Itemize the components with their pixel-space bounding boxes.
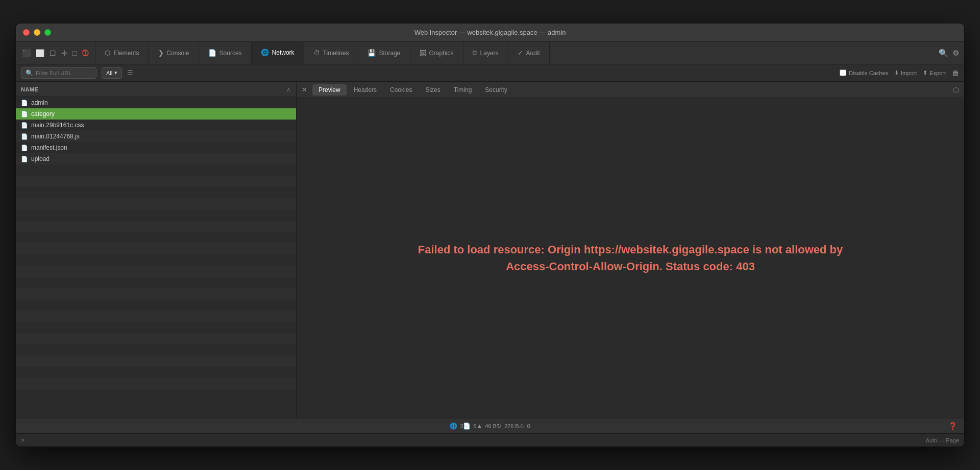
graphics-tab-icon: 🖼 — [420, 49, 426, 57]
sub-toolbar-right: Disable Caches ⬇ Import ⬆ Export 🗑 — [840, 69, 959, 77]
file-row-empty-6 — [16, 221, 296, 232]
files-icon: 📄 — [463, 422, 471, 430]
console-bar: > Auto — Page — [16, 433, 964, 447]
tab-timelines[interactable]: ⏱ Timelines — [304, 42, 359, 64]
tab-sources[interactable]: 📄 Sources — [199, 42, 252, 64]
resources-size: 276 B — [504, 423, 519, 429]
inspect-grid-icon[interactable]: ⬜ — [35, 48, 45, 58]
console-icon[interactable]: □ — [71, 48, 78, 58]
export-icon: ⬆ — [923, 69, 927, 76]
disable-caches-checkbox[interactable] — [840, 69, 846, 76]
maximize-button[interactable] — [44, 29, 51, 36]
import-button[interactable]: ⬇ Import — [894, 69, 917, 76]
detail-tabs: ✕ Preview Headers Cookies Sizes Timing S… — [297, 82, 964, 98]
tab-sources-label: Sources — [219, 50, 242, 57]
title-bar: Web Inspector — websitek.gigagile.space … — [16, 24, 964, 42]
file-row-empty-5 — [16, 209, 296, 221]
status-bar-wrapper: 🌐 3 📄 6 ▲ 46 B ↻ 276 B ⚠ 0 ❓ — [16, 422, 964, 430]
file-icon-js: 📄 — [21, 133, 28, 140]
inspect-icon[interactable]: ⬛ — [21, 48, 32, 58]
tab-headers[interactable]: Headers — [348, 84, 383, 96]
filter-icon: 🔍 — [26, 69, 33, 77]
panel-header-name: Name — [21, 86, 38, 92]
file-row-empty-17 — [16, 344, 296, 356]
file-icon-upload: 📄 — [21, 156, 28, 162]
tab-elements-label: Elements — [113, 50, 139, 57]
timelines-tab-icon: ⏱ — [313, 49, 320, 57]
panel-header: Name ∧ — [16, 82, 296, 97]
layers-tab-icon: ⧉ — [473, 49, 477, 57]
tab-sizes[interactable]: Sizes — [419, 84, 446, 96]
error-message: Failed to load resource: Origin https://… — [401, 241, 860, 275]
tab-elements[interactable]: ⬡ Elements — [95, 42, 149, 64]
close-button[interactable] — [23, 29, 30, 36]
toolbar-controls: ⬛ ⬜ ☐ ✛ □ ⓵ — [16, 42, 95, 64]
transferred-size: 46 B — [485, 423, 497, 429]
export-button[interactable]: ⬆ Export — [923, 69, 946, 76]
file-row-empty-4 — [16, 198, 296, 209]
file-name-css: main.29b9161c.css — [31, 122, 84, 129]
file-row-empty-14 — [16, 311, 296, 322]
file-name-admin: admin — [31, 99, 48, 106]
sub-toolbar: 🔍 All ▾ ☰ Disable Caches ⬇ Import ⬆ Expo… — [16, 64, 964, 82]
status-requests: 🌐 3 — [450, 422, 463, 430]
tab-preview[interactable]: Preview — [312, 84, 347, 96]
sources-tab-icon: 📄 — [208, 49, 216, 57]
tab-audit-label: Audit — [526, 50, 540, 57]
file-row-empty-1 — [16, 165, 296, 176]
file-row-empty-3 — [16, 187, 296, 198]
filter-type-dropdown[interactable]: All ▾ — [102, 67, 122, 79]
file-row-category[interactable]: 📄 category — [16, 108, 296, 120]
errors-icon: ⚠ — [519, 422, 525, 430]
main-content: Name ∧ 📄 admin 📄 category 📄 main.29b9161… — [16, 82, 964, 418]
file-row-json[interactable]: 📄 manifest.json — [16, 142, 296, 153]
status-bar: 🌐 3 📄 6 ▲ 46 B ↻ 276 B ⚠ 0 ❓ — [16, 418, 964, 433]
status-resources: ↻ 276 B — [497, 422, 519, 430]
main-toolbar: ⬛ ⬜ ☐ ✛ □ ⓵ ⬡ Elements ❯ Console 📄 Sourc… — [16, 42, 964, 64]
tab-timing[interactable]: Timing — [448, 84, 478, 96]
detail-sidebar-icon[interactable]: ⬡ — [953, 86, 959, 94]
window-title: Web Inspector — websitek.gigagile.space … — [414, 29, 566, 36]
settings-button[interactable]: ⚙ — [952, 49, 959, 58]
disable-caches-label[interactable]: Disable Caches — [840, 69, 888, 76]
file-row-admin[interactable]: 📄 admin — [16, 97, 296, 108]
elements-tab-icon: ⬡ — [105, 49, 110, 57]
tab-network[interactable]: 🌐 Network — [252, 42, 304, 64]
file-row-upload[interactable]: 📄 upload — [16, 153, 296, 165]
tab-storage[interactable]: 💾 Storage — [358, 42, 410, 64]
search-button[interactable]: 🔍 — [939, 49, 948, 58]
file-icon-category: 📄 — [21, 111, 28, 118]
tab-console[interactable]: ❯ Console — [149, 42, 199, 64]
file-row-js[interactable]: 📄 main.01244768.js — [16, 131, 296, 142]
page-context-label: Auto — Page — [926, 437, 959, 443]
file-row-empty-13 — [16, 299, 296, 311]
device-icon[interactable]: ☐ — [48, 48, 57, 58]
clear-button[interactable]: 🗑 — [952, 69, 959, 77]
minimize-button[interactable] — [34, 29, 40, 36]
file-row-empty-18 — [16, 356, 296, 367]
file-icon-css: 📄 — [21, 122, 28, 129]
pick-element-icon[interactable]: ✛ — [60, 48, 68, 58]
filter-type-label: All — [106, 70, 112, 76]
resource-type-filter-icon[interactable]: ☰ — [127, 69, 133, 77]
status-errors: ⚠ 0 — [519, 422, 530, 430]
traffic-lights — [23, 29, 51, 36]
error-indicator-icon[interactable]: ⓵ — [81, 48, 90, 58]
tab-graphics[interactable]: 🖼 Graphics — [410, 42, 463, 64]
filter-input[interactable] — [36, 70, 92, 76]
collapse-icon[interactable]: ∧ — [286, 86, 291, 93]
tab-audit[interactable]: ✓ Audit — [508, 42, 550, 64]
tab-layers-label: Layers — [480, 50, 499, 57]
help-button[interactable]: ❓ — [948, 422, 957, 430]
file-icon-admin: 📄 — [21, 100, 28, 106]
close-detail-button[interactable]: ✕ — [302, 86, 307, 93]
tab-layers[interactable]: ⧉ Layers — [463, 42, 508, 64]
filter-input-container[interactable]: 🔍 — [21, 67, 96, 79]
file-name-json: manifest.json — [31, 144, 67, 151]
resources-icon: ↻ — [497, 422, 502, 430]
tab-cookies[interactable]: Cookies — [384, 84, 418, 96]
tab-storage-label: Storage — [379, 50, 400, 57]
file-row-css[interactable]: 📄 main.29b9161c.css — [16, 120, 296, 131]
tab-security[interactable]: Security — [479, 84, 513, 96]
left-panel: Name ∧ 📄 admin 📄 category 📄 main.29b9161… — [16, 82, 297, 418]
